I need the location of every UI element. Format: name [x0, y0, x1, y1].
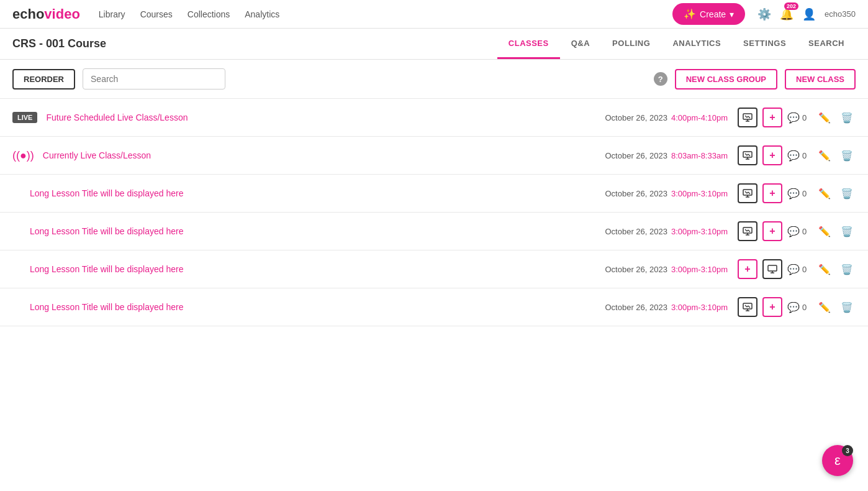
comment-count: 💬 0 [787, 150, 811, 162]
search-input[interactable] [83, 68, 225, 89]
delete-icon[interactable]: 🗑️ [838, 261, 856, 278]
class-time: 3:00pm-3:10pm [671, 227, 728, 236]
tab-qa[interactable]: Q&A [560, 29, 601, 59]
presentation-button[interactable] [738, 145, 757, 165]
screen-button[interactable] [762, 259, 782, 279]
presentation-button[interactable] [738, 108, 757, 127]
edit-icon[interactable]: ✏️ [816, 223, 833, 240]
presentation-button[interactable] [738, 183, 757, 203]
class-date: October 26, 2023 [605, 189, 667, 198]
add-button[interactable]: + [762, 297, 782, 317]
table-row: LIVE Future Scheduled Live Class/Lesson … [0, 99, 868, 137]
table-row: Long Lesson Title will be displayed here… [0, 213, 868, 250]
course-tabs: CLASSES Q&A POLLING ANALYTICS SETTINGS S… [497, 29, 856, 59]
course-title: CRS - 001 Course [12, 37, 106, 50]
presentation-icon [743, 189, 753, 198]
nav-library[interactable]: Library [99, 9, 125, 19]
top-nav: echovideo Library Courses Collections An… [0, 0, 868, 29]
edit-icon[interactable]: ✏️ [816, 299, 833, 316]
svg-line-3 [745, 116, 747, 117]
class-time: 3:00pm-3:10pm [671, 265, 728, 274]
create-button[interactable]: ✨ Create ▾ [672, 3, 745, 25]
comment-number: 0 [802, 227, 807, 236]
tab-analytics[interactable]: ANALYTICS [661, 29, 732, 59]
svg-line-17 [748, 192, 750, 194]
comment-icon: 💬 [787, 264, 800, 275]
edit-icon[interactable]: ✏️ [816, 109, 833, 126]
delete-icon[interactable]: 🗑️ [838, 223, 856, 240]
presentation-icon [743, 227, 753, 236]
new-class-button[interactable]: NEW CLASS [785, 69, 856, 89]
reorder-button[interactable]: REORDER [12, 69, 75, 89]
svg-line-15 [745, 191, 747, 193]
presentation-icon [743, 151, 753, 160]
delete-icon[interactable]: 🗑️ [838, 147, 856, 164]
delete-icon[interactable]: 🗑️ [838, 185, 856, 202]
class-actions: + 💬 0 ✏️ 🗑️ [738, 145, 856, 165]
add-button[interactable]: + [762, 108, 782, 127]
class-list: LIVE Future Scheduled Live Class/Lesson … [0, 99, 868, 326]
edit-icon[interactable]: ✏️ [816, 185, 833, 202]
class-date: October 26, 2023 [605, 151, 667, 160]
live-badge: LIVE [12, 112, 37, 123]
comment-icon: 💬 [787, 112, 800, 124]
add-button[interactable]: + [738, 259, 757, 279]
logo-video: video [44, 6, 79, 22]
add-button[interactable]: + [762, 221, 782, 241]
class-actions: + 💬 0 ✏️ 🗑️ [738, 183, 856, 203]
create-chevron-icon: ▾ [730, 9, 734, 19]
create-icon: ✨ [684, 8, 696, 20]
svg-line-22 [747, 230, 748, 231]
user-name: echo350 [825, 9, 856, 19]
nav-links: Library Courses Collections Analytics [99, 9, 672, 19]
presentation-button[interactable] [738, 221, 757, 241]
new-class-group-button[interactable]: NEW CLASS GROUP [675, 69, 777, 89]
class-time: 3:00pm-3:10pm [671, 303, 728, 312]
comment-icon: 💬 [787, 188, 800, 200]
comment-count: 💬 0 [787, 226, 811, 237]
comment-count: 💬 0 [787, 112, 811, 124]
presentation-icon [743, 303, 753, 311]
tab-settings[interactable]: SETTINGS [732, 29, 797, 59]
settings-icon[interactable]: ⚙️ [757, 7, 771, 21]
user-icon[interactable]: 👤 [802, 7, 816, 21]
tab-search[interactable]: SEARCH [797, 29, 856, 59]
svg-line-30 [745, 305, 747, 307]
presentation-button[interactable] [738, 297, 757, 317]
class-title-link[interactable]: Long Lesson Title will be displayed here [30, 264, 184, 274]
delete-icon[interactable]: 🗑️ [838, 109, 856, 126]
class-title-link[interactable]: Future Scheduled Live Class/Lesson [46, 112, 188, 122]
comment-number: 0 [802, 113, 807, 122]
class-time: 4:00pm-4:10pm [671, 113, 728, 122]
class-title-link[interactable]: Long Lesson Title will be displayed here [30, 226, 184, 236]
help-icon[interactable]: ? [654, 72, 667, 86]
class-actions: + 💬 0 ✏️ 🗑️ [738, 259, 856, 279]
tab-polling[interactable]: POLLING [601, 29, 661, 59]
tab-classes[interactable]: CLASSES [497, 29, 560, 59]
nav-collections[interactable]: Collections [188, 9, 230, 19]
svg-line-5 [748, 116, 750, 118]
table-row: ((●)) Currently Live Class/Lesson Octobe… [0, 137, 868, 175]
nav-courses[interactable]: Courses [140, 9, 173, 19]
class-date: October 26, 2023 [605, 227, 667, 236]
add-button[interactable]: + [762, 183, 782, 203]
comment-count: 💬 0 [787, 301, 811, 313]
edit-icon[interactable]: ✏️ [816, 147, 833, 164]
class-title-link[interactable]: Currently Live Class/Lesson [43, 150, 151, 160]
class-date: October 26, 2023 [605, 113, 667, 122]
class-title-link[interactable]: Long Lesson Title will be displayed here [30, 188, 184, 198]
logo-echo: echo [12, 6, 44, 22]
comment-number: 0 [802, 303, 807, 312]
notification-badge: 202 [784, 2, 798, 10]
table-row: Long Lesson Title will be displayed here… [0, 175, 868, 213]
add-button[interactable]: + [762, 145, 782, 165]
notification-icon[interactable]: 🔔 202 [780, 7, 793, 21]
svg-line-32 [748, 306, 750, 308]
nav-analytics[interactable]: Analytics [245, 9, 279, 19]
edit-icon[interactable]: ✏️ [816, 261, 833, 278]
delete-icon[interactable]: 🗑️ [838, 299, 856, 316]
svg-line-4 [747, 116, 748, 117]
table-row: Long Lesson Title will be displayed here… [0, 288, 868, 326]
class-title-link[interactable]: Long Lesson Title will be displayed here [30, 302, 184, 312]
svg-line-16 [747, 192, 748, 193]
